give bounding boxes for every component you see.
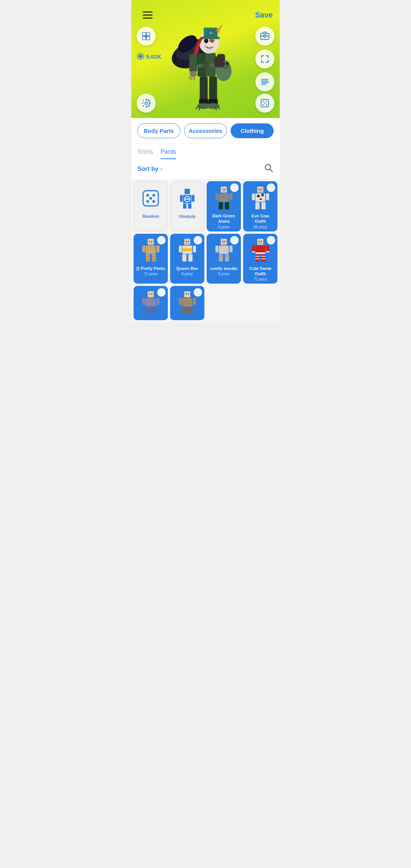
- pants-tab[interactable]: Pants: [161, 148, 176, 159]
- save-button[interactable]: Save: [255, 11, 273, 19]
- gear-icon: [141, 98, 151, 108]
- svg-rect-2: [142, 37, 146, 40]
- item-comfy-sweats[interactable]: comfy sweats 8 price: [207, 234, 241, 284]
- svg-rect-81: [252, 193, 255, 200]
- sort-bar: Sort by ›: [131, 159, 280, 179]
- body-parts-tab[interactable]: Body Parts: [137, 123, 180, 138]
- item-select-circle: [194, 288, 202, 297]
- svg-rect-115: [225, 254, 229, 262]
- item-select-circle: [157, 288, 166, 297]
- svg-rect-73: [225, 202, 229, 209]
- svg-rect-72: [219, 202, 223, 209]
- svg-rect-134: [146, 298, 156, 306]
- item-pretty-pants[interactable]: {} Pretty Pants 71 price: [134, 234, 168, 284]
- svg-rect-68: [221, 187, 227, 193]
- svg-rect-124: [266, 251, 269, 252]
- menu-button[interactable]: [138, 5, 157, 24]
- svg-rect-118: [257, 239, 263, 245]
- item-dark-green-jeans[interactable]: Dark Green Jeans 0 price: [207, 181, 241, 231]
- item-select-circle: [230, 183, 239, 192]
- svg-point-117: [224, 241, 225, 242]
- sort-arrow-icon: ›: [161, 166, 162, 172]
- svg-point-148: [188, 293, 189, 294]
- svg-rect-28: [202, 37, 220, 39]
- top-bar: Save: [131, 0, 280, 30]
- svg-rect-64: [180, 195, 183, 202]
- svg-point-48: [266, 101, 267, 102]
- left-controls: 5.61K: [137, 27, 161, 60]
- item-select-circle: [194, 236, 202, 244]
- shirts-tab[interactable]: Shirts: [137, 148, 153, 159]
- svg-rect-136: [156, 298, 159, 305]
- item-pretty-pants-label: {} Pretty Pants: [136, 266, 165, 271]
- item-placeholder-1[interactable]: [134, 286, 168, 320]
- dice-icon: [260, 98, 270, 108]
- settings-button[interactable]: [137, 94, 156, 113]
- svg-rect-69: [219, 193, 229, 202]
- item-random-label: Random: [142, 214, 159, 219]
- random-button-container: [255, 94, 274, 113]
- svg-rect-105: [193, 246, 196, 252]
- svg-point-45: [145, 102, 148, 105]
- items-grid: Random Unequip: [131, 179, 280, 322]
- svg-point-21: [204, 38, 208, 43]
- svg-rect-110: [221, 239, 227, 245]
- search-button[interactable]: [264, 163, 274, 175]
- svg-line-53: [270, 169, 273, 172]
- svg-point-131: [258, 241, 260, 242]
- item-pretty-pants-price: 71 price: [144, 272, 158, 276]
- svg-rect-141: [184, 291, 190, 297]
- screenshot-icon: [260, 31, 270, 41]
- svg-rect-67: [188, 204, 191, 209]
- item-random[interactable]: Random: [134, 181, 168, 231]
- item-comfy-sweats-price: 8 price: [218, 272, 229, 276]
- svg-rect-135: [142, 298, 145, 305]
- svg-rect-3: [147, 37, 150, 40]
- hamburger-icon: [143, 11, 153, 19]
- accessories-tab[interactable]: Accessories: [184, 123, 227, 138]
- item-eve-cow-price: 98 price: [253, 225, 267, 229]
- svg-point-79: [261, 193, 264, 196]
- search-icon: [264, 163, 274, 173]
- svg-point-80: [260, 198, 262, 200]
- svg-rect-65: [192, 195, 194, 202]
- item-queen-bee[interactable]: Queen Bee 8 price: [170, 234, 204, 284]
- category-tabs: Body Parts Accessories Clothing: [131, 118, 280, 144]
- item-select-circle: [267, 183, 275, 192]
- random-button[interactable]: [255, 94, 274, 113]
- svg-point-56: [153, 194, 155, 197]
- svg-point-108: [185, 241, 186, 242]
- screenshot-button[interactable]: [255, 27, 274, 46]
- svg-point-147: [185, 293, 186, 294]
- clothing-tab[interactable]: Clothing: [231, 123, 274, 138]
- item-select-circle: [157, 236, 166, 244]
- item-placeholder-2[interactable]: [170, 286, 204, 320]
- list-icon: [260, 77, 270, 87]
- svg-rect-111: [219, 246, 229, 254]
- svg-point-116: [222, 241, 223, 242]
- avatar-editor-button[interactable]: [137, 27, 156, 46]
- expand-icon: [260, 54, 270, 64]
- svg-rect-128: [261, 254, 266, 262]
- svg-point-78: [257, 195, 260, 197]
- svg-point-139: [149, 293, 150, 294]
- item-unequip-label: Unequip: [179, 214, 196, 219]
- item-eve-cow-outfit[interactable]: Eve Cow Outfit 98 price: [243, 181, 277, 231]
- fullscreen-button[interactable]: [255, 49, 274, 69]
- svg-rect-87: [148, 239, 154, 245]
- svg-point-50: [266, 104, 267, 105]
- svg-point-85: [258, 188, 260, 190]
- svg-rect-120: [255, 252, 265, 254]
- sort-label[interactable]: Sort by: [137, 166, 158, 172]
- list-button[interactable]: [255, 72, 274, 91]
- item-dark-green-jeans-label: Dark Green Jeans: [209, 213, 239, 224]
- item-unequip[interactable]: Unequip: [170, 181, 204, 231]
- item-cute-santa[interactable]: Cute Santa Outfit 71 price: [243, 234, 277, 284]
- svg-rect-143: [179, 298, 182, 305]
- svg-rect-19: [202, 62, 209, 68]
- right-controls: [255, 27, 274, 91]
- item-select-circle: [267, 236, 275, 244]
- svg-point-55: [147, 194, 149, 197]
- svg-point-58: [153, 200, 155, 203]
- svg-rect-82: [266, 193, 269, 200]
